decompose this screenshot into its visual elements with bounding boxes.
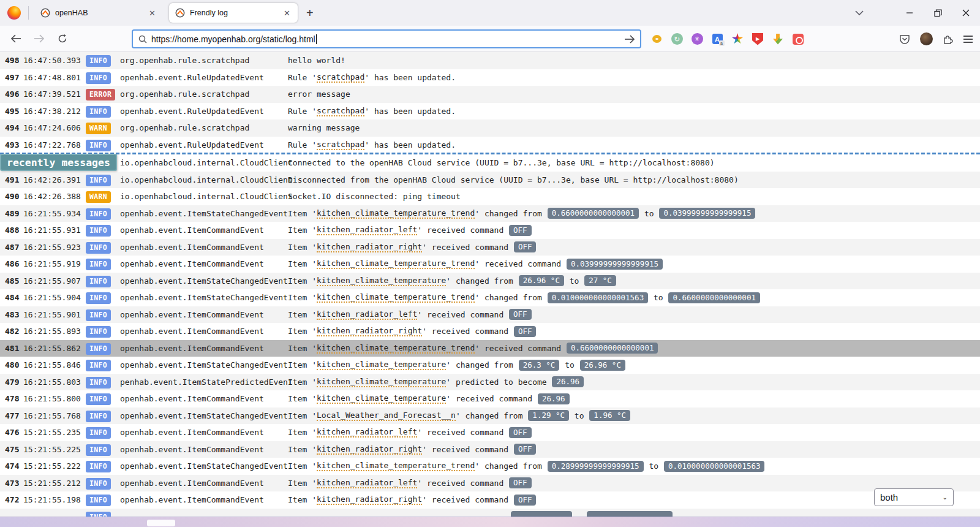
extensions-puzzle-icon[interactable]	[942, 33, 954, 45]
colorful-star-icon[interactable]	[731, 33, 744, 45]
item-link[interactable]: scratchpad	[317, 140, 364, 150]
log-row[interactable]: 48516:21:55.907INFOopenhab.event.ItemSta…	[0, 273, 980, 290]
shield-play-icon[interactable]: ▶	[752, 33, 764, 45]
log-row[interactable]: 48416:21:55.904INFOopenhab.event.ItemSta…	[0, 289, 980, 306]
row-timestamp: 16:47:24.606	[23, 123, 86, 132]
item-link[interactable]: scratchpad	[317, 106, 364, 116]
item-link[interactable]: kitchen_radiator_right	[317, 495, 422, 505]
log-row[interactable]: 48216:21:55.893INFOopenhab.event.ItemCom…	[0, 323, 980, 340]
log-row[interactable]: 47916:21:55.803INFOpenhab.event.ItemStat…	[0, 374, 980, 391]
item-link[interactable]: kitchen_radiator_left	[317, 478, 417, 488]
tab-openhab[interactable]: openHAB ✕	[34, 3, 163, 23]
log-row[interactable]: 49116:42:26.391INFOio.openhabcloud.inter…	[0, 172, 980, 189]
item-link[interactable]: kitchen_climate_temperature_trend	[317, 292, 475, 303]
recent-messages-divider: recently messages	[0, 153, 980, 154]
sync-green-icon[interactable]: ↻	[671, 33, 683, 45]
log-row[interactable]: io.openhabcloud.internal.CloudClientConn…	[0, 154, 980, 172]
url-input[interactable]: https://home.myopenhab.org/static/log.ht…	[151, 34, 315, 44]
log-row[interactable]: 47615:21:55.235INFOopenhab.event.ItemCom…	[0, 424, 980, 441]
row-message: Item 'kitchen_radiator_left' received co…	[288, 225, 980, 236]
pocket-icon[interactable]	[899, 33, 911, 45]
item-link[interactable]: kitchen_climate_temperature_trend	[317, 461, 475, 471]
log-row[interactable]: 48816:21:55.931INFOopenhab.event.ItemCom…	[0, 222, 980, 239]
download-arrow-icon[interactable]	[772, 33, 784, 45]
minimize-button[interactable]	[895, 1, 924, 25]
item-link[interactable]: kitchen_radiator_left	[317, 225, 417, 235]
level-badge: INFO	[86, 175, 111, 186]
ring-icon[interactable]	[650, 33, 663, 45]
log-row[interactable]: 48316:21:55.901INFOopenhab.event.ItemCom…	[0, 306, 980, 324]
item-link[interactable]: kitchen_climate_temperature_trend	[317, 208, 475, 219]
item-link[interactable]: kitchen_radiator_right	[317, 326, 422, 336]
menu-icon[interactable]	[963, 36, 973, 43]
tab-frendly-log[interactable]: Frendly log ✕	[169, 3, 298, 23]
item-link[interactable]: kitchen_radiator_left	[317, 427, 417, 438]
value-badge	[587, 511, 673, 517]
log-row[interactable]: 49716:47:48.801INFOopenhab.event.RuleUpd…	[0, 69, 980, 86]
url-bar[interactable]: https://home.myopenhab.org/static/log.ht…	[132, 29, 641, 48]
restore-button[interactable]	[924, 1, 952, 25]
camera-icon[interactable]	[792, 33, 804, 45]
item-link[interactable]: kitchen_climate_temperature_trend	[317, 259, 475, 269]
item-link[interactable]: kitchen_radiator_right	[317, 444, 422, 455]
row-number: 484	[5, 293, 23, 302]
forward-button[interactable]	[32, 31, 47, 46]
log-row[interactable]: 47716:21:55.768INFOopenhab.event.ItemSta…	[0, 408, 980, 425]
filter-select[interactable]: both ⌄	[874, 488, 954, 506]
log-row[interactable]: 48016:21:55.846INFOopenhab.event.ItemSta…	[0, 357, 980, 374]
item-link[interactable]: kitchen_radiator_right	[317, 242, 422, 252]
tab-close-icon[interactable]: ✕	[281, 9, 293, 18]
row-number: 477	[5, 411, 23, 420]
item-link[interactable]: scratchpad	[317, 72, 364, 83]
item-link[interactable]: kitchen_climate_temperature	[317, 377, 446, 387]
item-link[interactable]: kitchen_climate_temperature	[317, 393, 446, 404]
log-row[interactable]: 47315:21:55.212INFOopenhab.event.ItemCom…	[0, 475, 980, 492]
log-row[interactable]: 48116:21:55.862INFOopenhab.event.ItemCom…	[0, 340, 980, 357]
close-window-button[interactable]	[952, 1, 980, 25]
new-tab-button[interactable]: +	[306, 7, 314, 19]
reload-button[interactable]	[55, 31, 70, 46]
log-row[interactable]: 49316:47:22.768INFOopenhab.event.RuleUpd…	[0, 137, 980, 154]
item-link[interactable]: kitchen_radiator_left	[317, 309, 417, 320]
text-cursor	[316, 34, 317, 44]
message-text: ' has been updated.	[364, 140, 456, 150]
firefox-logo-icon[interactable]	[7, 6, 21, 20]
log-row[interactable]: 49016:42:26.388WARNio.openhabcloud.inter…	[0, 188, 980, 205]
purple-asterisk-icon[interactable]: ✳	[691, 33, 703, 45]
message-text: ' changed from	[475, 293, 546, 302]
log-row[interactable]: 47415:21:55.222INFOopenhab.event.ItemSta…	[0, 458, 980, 475]
level-badge: INFO	[86, 225, 111, 237]
row-message: Item 'kitchen_climate_temperature' chang…	[288, 275, 980, 286]
go-arrow-icon[interactable]	[624, 35, 635, 44]
value-badge: 0.010000000000001563	[548, 292, 649, 303]
item-link[interactable]: kitchen_climate_temperature	[317, 360, 446, 370]
item-link[interactable]: kitchen_climate_temperature_trend	[317, 343, 475, 354]
log-row[interactable]: 48716:21:55.923INFOopenhab.event.ItemCom…	[0, 239, 980, 256]
log-row[interactable]: 48916:21:55.934INFOopenhab.event.ItemSta…	[0, 205, 980, 222]
log-row[interactable]: 47816:21:55.800INFOopenhab.event.ItemCom…	[0, 390, 980, 408]
level-badge: INFO	[86, 393, 111, 405]
back-button[interactable]	[9, 31, 23, 46]
row-number: 494	[5, 123, 23, 132]
item-link[interactable]: kitchen_climate_temperature	[317, 276, 446, 286]
account-avatar[interactable]	[920, 32, 933, 45]
row-timestamp: 15:21:55.222	[23, 461, 86, 471]
log-row[interactable]: 49816:47:50.393INFOorg.openhab.rule.scra…	[0, 52, 980, 69]
log-row[interactable]: 47515:21:55.225INFOopenhab.event.ItemCom…	[0, 441, 980, 458]
log-row[interactable]: INFO	[0, 509, 980, 517]
tab-close-icon[interactable]: ✕	[146, 9, 158, 18]
message-text: ' received command	[417, 310, 508, 319]
list-all-tabs-chevron-icon[interactable]	[845, 1, 873, 25]
row-number: 476	[5, 428, 23, 437]
message-text: Item '	[288, 243, 317, 252]
log-row[interactable]: 49516:47:38.212INFOopenhab.event.RuleUpd…	[0, 103, 980, 120]
translate-icon[interactable]: A	[711, 33, 723, 45]
log-row[interactable]: 48616:21:55.919INFOopenhab.event.ItemCom…	[0, 256, 980, 273]
log-row[interactable]: 49616:47:39.521ERRORorg.openhab.rule.scr…	[0, 86, 980, 103]
value-badge: 0.6600000000000001	[548, 208, 639, 219]
item-link[interactable]: Local_Weather_and_Forecast__n	[317, 411, 456, 421]
log-row[interactable]: 49416:47:24.606WARNorg.openhab.rule.scra…	[0, 119, 980, 137]
log-row[interactable]: 47215:21:55.198INFOopenhab.event.ItemCom…	[0, 491, 980, 509]
level-badge: INFO	[86, 343, 111, 355]
row-logger: openhab.event.RuleUpdatedEvent	[120, 107, 288, 116]
